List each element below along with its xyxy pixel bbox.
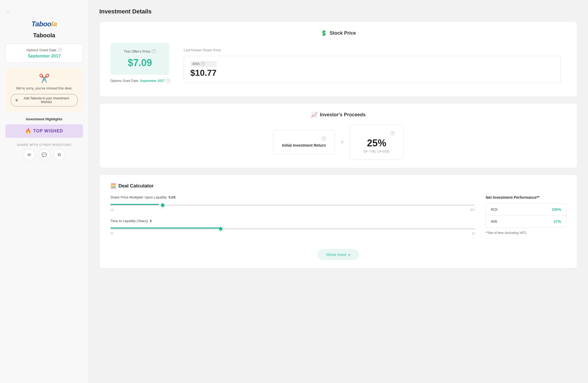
slider-years-label: Time to Liquidity (Years): 3 (110, 219, 475, 223)
top-wished-text: TOP WISHED (33, 129, 63, 133)
star-icon[interactable]: ☆ (5, 8, 11, 15)
share-whatsapp-button[interactable]: 💬 (39, 149, 50, 160)
slider-multiplier-label: Share Price Multiplier Upon Liquidity: 5… (110, 195, 475, 199)
calculator-title: Deal Calculator (118, 183, 154, 189)
copy-icon: ⧉ (58, 152, 61, 157)
slider-multiplier-group: Share Price Multiplier Upon Liquidity: 5… (110, 195, 475, 211)
chart-icon: 📈 (311, 111, 318, 118)
options-grant-help-icon[interactable]: ? (166, 79, 170, 83)
calculator-header: 🧮 Deal Calculator (110, 183, 566, 189)
calculator-icon: 🧮 (110, 183, 116, 189)
irr-label: IRR (491, 219, 497, 224)
irr-row: IRR 27% (486, 216, 566, 227)
missed-deal-text: We're sorry, you've missed this deal. (11, 86, 78, 90)
net-fees-note: **Net of fees (including VAT). (486, 231, 566, 235)
slider-multiplier-range: 1X 30X (110, 208, 475, 211)
slider-years-value: 3 (150, 219, 151, 223)
grant-date-help-icon[interactable]: ? (58, 48, 62, 52)
share-label: SHARE WITH OTHER INVESTORS (17, 143, 71, 146)
stock-price-header: 💲 Stock Price (110, 30, 566, 36)
initial-investment-help-icon[interactable]: ? (322, 137, 326, 141)
grant-date-value: September 2017 (12, 54, 76, 59)
slider-years-wrapper (110, 226, 475, 230)
slider-years-group: Time to Liquidity (Years): 3 0 1 10 (110, 219, 475, 235)
fire-icon: 🔥 (25, 128, 31, 134)
proceeds-grid: ? Initial Investment Return + ? 25% OF T… (110, 124, 566, 160)
company-name: Taboola (33, 32, 55, 39)
last-known-label: Last Known Share Price (184, 48, 561, 52)
grant-date-box: Options Grant Date ? September 2017 (5, 44, 83, 63)
proceeds-title: Investor's Proceeds (320, 112, 365, 118)
show-more-container: Show more ∨ (110, 249, 566, 260)
last-known-price: $10.77 (190, 68, 217, 78)
stock-price-grid: This Offer's Price ? $7.09 Options Grant… (110, 43, 566, 88)
initial-investment-box: ? Initial Investment Return (273, 130, 335, 154)
stock-price-card: 💲 Stock Price This Offer's Price ? $7.09… (99, 21, 577, 97)
upside-help-icon[interactable]: ? (390, 131, 395, 135)
investment-highlights-label: Investment Highlights (26, 117, 63, 121)
irr-value: 27% (554, 219, 561, 224)
taboola-logo-text: Taboola (31, 20, 57, 28)
proceeds-card: 📈 Investor's Proceeds ? Initial Investme… (99, 103, 577, 168)
proceeds-header: 📈 Investor's Proceeds (110, 111, 566, 118)
badge-409a: 409A ? (190, 61, 217, 67)
plus-separator: + (340, 138, 344, 146)
stock-price-title: Stock Price (329, 30, 356, 36)
options-grant-date-link[interactable]: September 2017 (140, 79, 165, 83)
share-copy-button[interactable]: ⧉ (54, 149, 65, 160)
offer-price-value: $7.09 (121, 57, 159, 68)
email-icon: ✉ (27, 152, 31, 157)
dollar-circle-icon: 💲 (321, 30, 327, 36)
offer-price-help-icon[interactable]: ? (152, 49, 156, 53)
missed-deal-box: ✂️ We're sorry, you've missed this deal.… (5, 68, 83, 112)
initial-investment-label: Initial Investment Return (282, 143, 326, 147)
scissors-icon: ✂️ (11, 73, 78, 84)
years-slider[interactable] (110, 228, 475, 229)
roi-row: ROI 105% (486, 204, 566, 216)
roi-value: 105% (551, 207, 561, 212)
sidebar: ☆ Taboola Taboola Options Grant Date ? S… (0, 0, 89, 383)
sliders-section: Share Price Multiplier Upon Liquidity: 5… (110, 195, 475, 243)
share-buttons: ✉ 💬 ⧉ (24, 149, 65, 160)
whatsapp-icon: 💬 (42, 152, 47, 157)
409a-help-icon[interactable]: ? (201, 62, 205, 66)
slider-years-range: 0 1 10 (110, 232, 475, 235)
offer-price-box: This Offer's Price ? $7.09 (110, 43, 169, 75)
last-known-inner: 409A ? $10.77 (184, 56, 561, 83)
slider-multiplier-value: 5.0X (169, 195, 176, 199)
plus-icon: ⊕ (15, 98, 18, 102)
roi-label: ROI (491, 207, 498, 212)
add-to-wishlist-button[interactable]: ⊕ Add Taboola to your Investment Wishlis… (11, 94, 78, 106)
options-grant-note: Options Grant Date: September 2017 ? (110, 79, 170, 83)
calculator-layout: Share Price Multiplier Upon Liquidity: 5… (110, 195, 566, 243)
last-known-box: Last Known Share Price 409A ? $10.77 (178, 43, 566, 88)
performance-title: Net Investment Performance** (486, 195, 566, 200)
calculator-card: 🧮 Deal Calculator Share Price Multiplier… (99, 175, 577, 268)
multiplier-slider[interactable] (110, 205, 475, 206)
grant-date-label: Options Grant Date ? (12, 48, 76, 52)
main-content: Investment Details 💲 Stock Price This Of… (89, 0, 588, 383)
upside-label: OF THE UPSIDE (359, 150, 395, 153)
performance-section: Net Investment Performance** ROI 105% IR… (486, 195, 566, 243)
company-logo: Taboola (31, 20, 57, 28)
share-email-button[interactable]: ✉ (24, 149, 35, 160)
show-more-button[interactable]: Show more ∨ (317, 249, 359, 260)
top-wished-badge: 🔥 TOP WISHED (5, 124, 83, 138)
performance-table: ROI 105% IRR 27% (486, 203, 566, 228)
offer-price-label: This Offer's Price ? (121, 49, 159, 53)
slider-multiplier-wrapper (110, 202, 475, 207)
upside-box: ? 25% OF THE UPSIDE (350, 124, 404, 160)
page-title: Investment Details (99, 8, 577, 15)
chevron-down-icon: ∨ (348, 252, 351, 257)
upside-percent: 25% (359, 138, 395, 149)
